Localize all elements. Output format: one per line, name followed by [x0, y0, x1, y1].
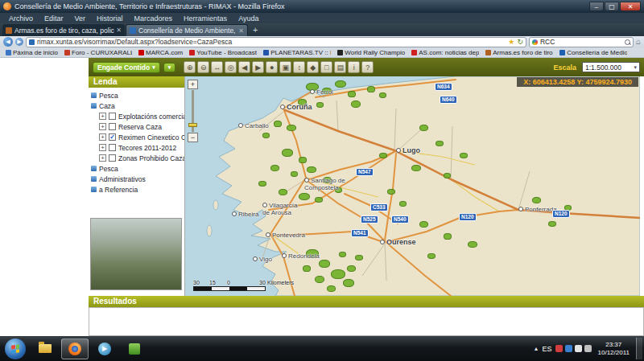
site-favicon — [29, 39, 35, 45]
chevron-down-icon: ▾ — [168, 64, 171, 71]
bookmark-item[interactable]: MARCA.com — [136, 49, 185, 56]
info-icon[interactable]: i — [348, 61, 360, 73]
layer-checkbox[interactable] — [109, 154, 116, 162]
reload-icon[interactable]: ↻ — [517, 39, 523, 46]
add-content-button[interactable]: Engade Contido ▾ — [93, 62, 160, 73]
media-player-taskbar-button[interactable]: ▶ — [91, 338, 118, 359]
next-extent-icon[interactable]: ▶ — [252, 61, 264, 73]
menu-marcadores[interactable]: Marcadores — [129, 14, 179, 23]
bookmark-star-icon[interactable]: ★ — [508, 39, 514, 46]
home-button[interactable]: ⌂ — [636, 38, 641, 46]
menu-ver[interactable]: Ver — [69, 14, 92, 23]
map-city-label: Santiago de Compostela — [304, 178, 353, 192]
full-extent-icon[interactable]: ◎ — [225, 61, 237, 73]
windows-explorer-taskbar-button[interactable] — [31, 338, 59, 359]
menu-historial[interactable]: Historial — [91, 14, 129, 23]
bookmark-item[interactable]: PLANETARAS.TV :: LA ... — [261, 49, 333, 56]
city-name: Pontevedra — [272, 232, 305, 239]
legend-group[interactable]: Caza — [91, 101, 184, 111]
layer-icon — [91, 103, 97, 109]
layer-checkbox[interactable] — [109, 123, 116, 130]
legend-group[interactable]: Pesca — [91, 90, 184, 101]
measure-icon[interactable]: ↕ — [293, 61, 305, 73]
maximize-button[interactable]: ▢ — [605, 2, 619, 11]
print-icon[interactable]: ▤ — [334, 61, 346, 73]
zoom-control: + − — [188, 80, 198, 142]
bookmark-item[interactable]: YouTube - Broadcast ... — [187, 49, 259, 56]
layer-checkbox[interactable]: ✓ — [109, 133, 116, 141]
bookmark-item[interactable]: Páxina de inicio — [3, 49, 60, 56]
expand-icon[interactable]: + — [99, 113, 106, 120]
zoom-out-icon[interactable]: ⊖ — [197, 61, 209, 73]
window-title: Consellería de Medio Ambiente, Territori… — [14, 2, 589, 10]
menu-ayuda[interactable]: Ayuda — [233, 14, 264, 23]
application-taskbar-button[interactable] — [121, 338, 148, 359]
layer-checkbox[interactable] — [109, 113, 116, 120]
expand-icon[interactable]: + — [99, 133, 106, 141]
updates-tray-icon[interactable] — [565, 345, 572, 352]
expand-icon[interactable]: + — [99, 154, 106, 162]
toolbar-dropdown-button[interactable]: ▾ — [163, 63, 176, 72]
pan-icon[interactable]: ↔ — [211, 61, 223, 73]
start-button[interactable] — [5, 338, 26, 359]
expand-icon[interactable]: + — [99, 144, 106, 151]
legend-layer[interactable]: +Explotacións comerciales — [91, 111, 184, 121]
legend-group[interactable]: Pesca — [91, 163, 184, 174]
search-field[interactable]: RCC — [529, 37, 634, 47]
bookmark-item[interactable]: World Rally Champion... — [335, 49, 407, 56]
bookmark-item[interactable]: AS.com: noticias depo... — [409, 49, 481, 56]
legend-layer[interactable]: +Tecores 2011-2012 — [91, 142, 184, 153]
language-indicator[interactable]: ES — [543, 345, 552, 353]
tab-close-icon[interactable]: ✕ — [238, 27, 244, 35]
previous-extent-icon[interactable]: ◀ — [238, 61, 250, 73]
identify-icon[interactable]: ● — [266, 61, 278, 73]
tab[interactable]: Armas.es foro de tiro, caza, policial, .… — [2, 24, 125, 36]
legend-layer[interactable]: +✓Reximen Cinexetico Comun — [91, 132, 184, 142]
zoom-out-button[interactable]: − — [188, 133, 198, 142]
bookmark-label: Foro - CURUXARALLY... — [72, 49, 132, 56]
tab[interactable]: Consellería de Medio Ambiente, Terri...✕ — [126, 24, 248, 36]
legend-layer[interactable]: +Reserva Caza — [91, 121, 184, 132]
zoom-slider[interactable] — [192, 90, 194, 132]
show-desktop-button[interactable] — [636, 338, 642, 359]
taskbar-clock[interactable]: 23:37 10/12/2011 — [598, 341, 630, 357]
close-button[interactable]: ✕ — [620, 2, 641, 11]
network-tray-icon[interactable] — [575, 345, 582, 352]
url-field[interactable]: rimax.xunta.es/visorrimax/Default.aspx?l… — [26, 37, 526, 47]
draw-icon[interactable]: ◆ — [307, 61, 319, 73]
tab-close-icon[interactable]: ✕ — [116, 27, 122, 34]
erase-icon[interactable]: □ — [320, 61, 332, 73]
expand-icon[interactable]: + — [99, 123, 106, 130]
zoom-in-button[interactable]: + — [188, 80, 198, 89]
back-button[interactable]: ◀ — [3, 37, 13, 47]
bookmark-item[interactable]: Consellería de Medio ... — [557, 49, 630, 56]
tray-expand-icon[interactable]: ▲ — [534, 346, 539, 351]
legend-layer[interactable]: +Zonas Prohibido Caza — [91, 153, 184, 163]
help-icon[interactable]: ? — [361, 61, 374, 73]
menu-archivo[interactable]: Archivo — [3, 14, 39, 23]
bookmark-item[interactable]: Armas.es foro de tiro, ... — [483, 49, 555, 56]
menu-herramientas[interactable]: Herramientas — [178, 14, 233, 23]
minimize-button[interactable]: – — [589, 2, 604, 11]
volume-tray-icon[interactable] — [584, 345, 592, 352]
legend-layer-label: Explotacións comerciales — [118, 113, 184, 121]
menu-editar[interactable]: Editar — [39, 14, 69, 23]
zoom-in-icon[interactable]: ⊕ — [184, 61, 196, 73]
layer-checkbox[interactable] — [109, 144, 116, 151]
select-icon[interactable]: ▣ — [279, 61, 291, 73]
legend-group[interactable]: Administrativos — [91, 174, 184, 184]
scale-input[interactable]: 1:1.500.000 ▾ — [582, 62, 640, 72]
search-icon[interactable] — [625, 39, 630, 45]
new-tab-button[interactable]: + — [253, 25, 258, 35]
forward-button[interactable]: ▶ — [15, 38, 23, 46]
layer-icon — [91, 187, 97, 192]
url-text[interactable]: rimax.xunta.es/visorrimax/Default.aspx?l… — [37, 38, 506, 46]
zoom-slider-handle[interactable] — [188, 123, 197, 127]
antivirus-tray-icon[interactable] — [555, 345, 563, 352]
map-viewport[interactable]: X: 606413.4258 Y: 4759924.7930 + − Kilom… — [185, 76, 640, 296]
firefox-taskbar-button[interactable] — [61, 338, 89, 359]
search-input[interactable]: RCC — [540, 38, 622, 46]
legend-group-label: Caza — [99, 102, 115, 110]
legend-group[interactable]: a Referencia — [91, 184, 184, 195]
bookmark-item[interactable]: Foro - CURUXARALLY... — [62, 49, 134, 56]
